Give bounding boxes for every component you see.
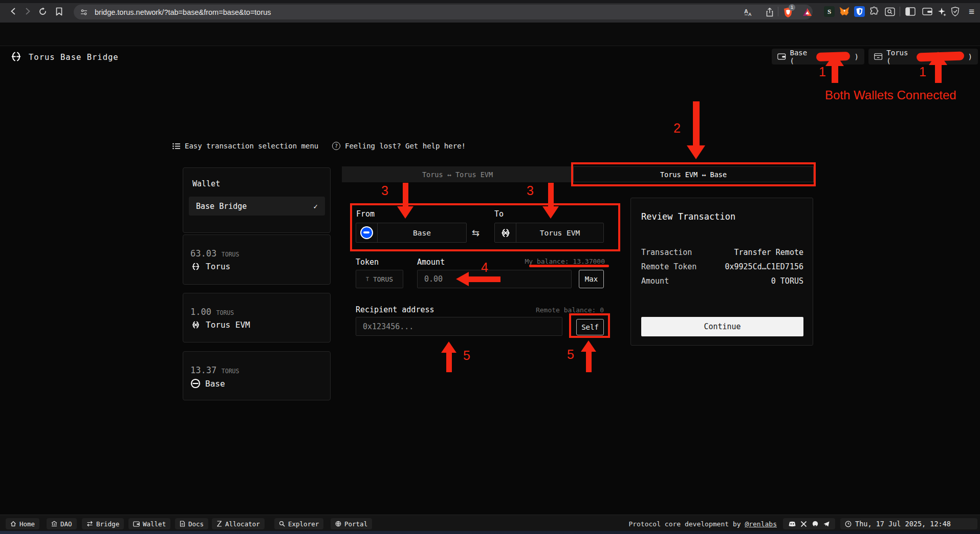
easy-transaction-menu-label: Easy transaction selection menu	[185, 142, 318, 150]
balance-card-base[interactable]: 13.37 TORUS Base	[183, 351, 331, 400]
annotation-step-5a: 5	[463, 348, 470, 363]
torus-wallet-button[interactable]: Torus ( )	[868, 49, 978, 65]
telegram-icon[interactable]	[823, 521, 830, 527]
footer-nav-label: Docs	[188, 520, 204, 528]
torus-icon	[190, 262, 201, 271]
footer-explorer-button[interactable]: Explorer	[274, 518, 323, 529]
my-balance-text: My balance: 13.37000	[523, 258, 605, 265]
screen: bridge.torus.network/?tab=base&from=base…	[0, 0, 980, 534]
token-name: TORUS	[373, 275, 393, 283]
annotation-step-3a: 3	[381, 183, 388, 198]
footer-portal-button[interactable]: Portal	[331, 518, 372, 529]
metamask-icon[interactable]	[839, 6, 850, 17]
browser-menu-icon[interactable]: ≡	[966, 6, 977, 17]
window-bottom-edge	[0, 531, 980, 534]
toolbar-divider	[778, 7, 778, 16]
footer-dao-button[interactable]: DAO	[47, 518, 77, 529]
sidebar-toggle-icon[interactable]	[905, 6, 916, 17]
base-wallet-button[interactable]: Base ( )	[772, 49, 864, 65]
tab-torus-to-torus-evm[interactable]: Torus ↔ Torus EVM	[342, 166, 573, 182]
recipient-label: Recipient address	[356, 305, 434, 314]
balance-unit: TORUS	[222, 368, 239, 375]
self-button[interactable]: Self	[576, 319, 604, 335]
forward-icon[interactable]	[21, 5, 34, 17]
footer-nav-label: Explorer	[288, 520, 319, 528]
swap-direction-icon[interactable]: ⇆	[472, 227, 480, 238]
recipient-address-input[interactable]	[356, 317, 562, 336]
page-title: Torus Base Bridge	[29, 53, 119, 62]
balance-card-torus-evm[interactable]: 1.00 TORUS Torus EVM	[183, 293, 331, 343]
review-title: Review Transaction	[641, 211, 735, 222]
amount-input[interactable]	[417, 270, 572, 288]
leo-ai-sparkle-icon[interactable]	[937, 6, 947, 17]
review-row-amount: Amount0 TORUS	[641, 276, 803, 286]
check-icon: ✓	[314, 202, 318, 210]
reload-icon[interactable]	[36, 5, 49, 17]
clock-icon	[845, 521, 852, 527]
help-button[interactable]: ? Feeling lost? Get help here!	[332, 142, 466, 150]
site-settings-icon[interactable]	[79, 8, 89, 17]
credit-text: Protocol core development by	[628, 520, 745, 528]
x-icon[interactable]	[801, 521, 807, 527]
balance-line: 13.37 TORUS	[190, 365, 239, 375]
footer-datetime: Thu, 17 Jul 2025, 12:48	[840, 518, 977, 529]
footer-bridge-button[interactable]: Bridge	[82, 518, 124, 529]
balance-card-torus[interactable]: 63.03 TORUS Torus	[183, 234, 331, 285]
footer-nav-label: Bridge	[96, 520, 119, 528]
wallet-toolbar-icon[interactable]	[922, 6, 932, 17]
easy-transaction-menu-button[interactable]: Easy transaction selection menu	[172, 142, 318, 150]
back-icon[interactable]	[7, 5, 19, 17]
extension-s-icon[interactable]: S	[824, 6, 835, 17]
from-chain-value: Base	[378, 223, 466, 242]
explorer-icon	[279, 521, 285, 527]
tab-torus-evm-to-base[interactable]: Torus EVM ↔ Base	[573, 166, 814, 182]
wallet-option-base-bridge[interactable]: Base Bridge ✓	[189, 197, 325, 216]
brave-rewards-icon[interactable]	[801, 7, 813, 18]
renlabs-link[interactable]: @renlabs	[745, 520, 777, 528]
annotation-arrow-down-2	[687, 145, 705, 161]
max-button[interactable]: Max	[579, 270, 604, 288]
balance-line: 63.03 TORUS	[190, 248, 239, 259]
brave-shield-icon[interactable]: 1	[782, 7, 794, 18]
bookmark-icon[interactable]	[53, 5, 65, 17]
base-wallet-paren: )	[855, 53, 859, 61]
wallet-selector-card: Wallet Base Bridge ✓	[183, 167, 331, 233]
footer-wallet-button[interactable]: Wallet	[128, 518, 170, 529]
footer-docs-button[interactable]: Docs	[175, 518, 208, 529]
token-label: Token	[356, 258, 379, 267]
share-icon[interactable]	[764, 7, 775, 18]
annotation-arrow-down-3a	[397, 206, 413, 220]
wallet-icon	[133, 521, 140, 527]
vpn-shield-icon[interactable]	[950, 6, 961, 17]
footer-credit: Protocol core development by @renlabs	[608, 520, 777, 528]
token-select[interactable]: T TORUS	[356, 270, 403, 288]
balance-amount: 13.37	[190, 365, 216, 375]
translate-icon[interactable]: AA	[743, 7, 754, 18]
docs-icon	[180, 521, 185, 527]
from-chain-select[interactable]: Base	[356, 223, 467, 243]
wallet-icon	[777, 52, 786, 61]
to-label: To	[494, 209, 504, 219]
base-chain-icon	[190, 378, 201, 389]
bitwarden-icon[interactable]	[854, 6, 865, 17]
wallet-card-title: Wallet	[192, 179, 220, 188]
torus-evm-logo-icon	[495, 223, 516, 242]
search-tabs-icon[interactable]	[884, 6, 895, 17]
continue-button[interactable]: Continue	[641, 317, 803, 336]
to-chain-select[interactable]: Torus EVM	[494, 223, 604, 243]
address-bar[interactable]: bridge.torus.network/?tab=base&from=base…	[74, 5, 813, 19]
portal-globe-icon	[335, 521, 341, 527]
github-icon[interactable]	[812, 521, 818, 527]
extensions-puzzle-icon[interactable]	[869, 6, 880, 17]
chain-name: Base	[205, 379, 225, 389]
url-text[interactable]: bridge.torus.network/?tab=base&from=base…	[95, 8, 271, 16]
dao-icon	[51, 521, 57, 527]
amount-label: Amount	[417, 258, 445, 267]
discord-icon[interactable]	[789, 521, 796, 527]
balance-unit: TORUS	[222, 251, 239, 258]
footer-allocator-button[interactable]: Allocator	[212, 518, 265, 529]
footer-home-button[interactable]: Home	[6, 518, 39, 529]
chain-name: Torus	[206, 262, 230, 271]
redacted-address-scribble	[917, 51, 964, 61]
svg-text:A: A	[748, 12, 752, 16]
